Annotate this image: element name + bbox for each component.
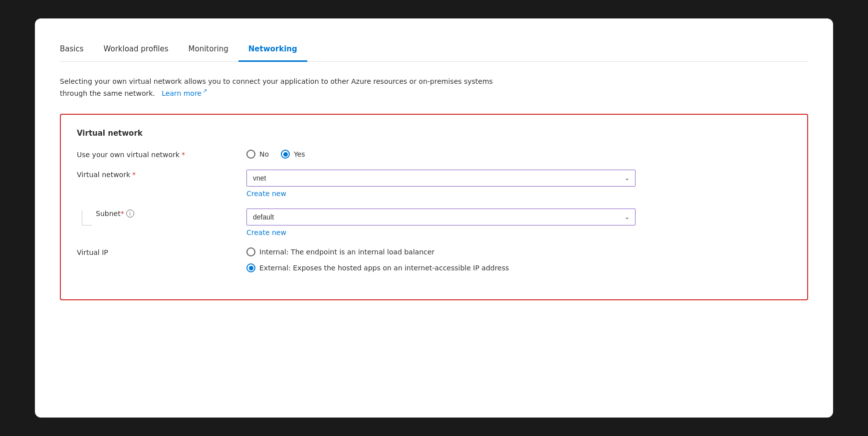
virtual-ip-label: Virtual IP bbox=[77, 247, 246, 256]
virtual-ip-row: Virtual IP Internal: The endpoint is an … bbox=[77, 247, 791, 272]
virtual-network-dropdown[interactable]: vnet bbox=[246, 170, 636, 187]
tab-monitoring[interactable]: Monitoring bbox=[179, 38, 238, 62]
create-new-subnet-link[interactable]: Create new bbox=[246, 228, 791, 236]
virtual-ip-radio-group: Internal: The endpoint is an internal lo… bbox=[246, 247, 791, 272]
use-own-vnet-radio-group: No Yes bbox=[246, 150, 791, 159]
radio-internal[interactable]: Internal: The endpoint is an internal lo… bbox=[246, 247, 791, 256]
radio-external[interactable]: External: Exposes the hosted apps on an … bbox=[246, 263, 791, 272]
radio-internal-circle bbox=[246, 247, 255, 256]
radio-external-label: External: Exposes the hosted apps on an … bbox=[259, 264, 509, 272]
create-new-vnet-link[interactable]: Create new bbox=[246, 190, 791, 198]
tab-bar: Basics Workload profiles Monitoring Netw… bbox=[60, 38, 808, 62]
main-card: Basics Workload profiles Monitoring Netw… bbox=[35, 18, 833, 418]
radio-no-circle bbox=[246, 150, 255, 159]
radio-yes-label: Yes bbox=[294, 150, 305, 158]
use-own-vnet-row: Use your own virtual network * No Yes bbox=[77, 150, 791, 159]
virtual-network-control: vnet ⌄ Create new bbox=[246, 170, 791, 198]
tab-workload-profiles[interactable]: Workload profiles bbox=[94, 38, 179, 62]
tab-basics[interactable]: Basics bbox=[60, 38, 94, 62]
section-title: Virtual network bbox=[77, 129, 791, 138]
required-star-vnet-field: * bbox=[132, 171, 136, 179]
indent-line bbox=[82, 211, 92, 225]
required-star-vnet: * bbox=[182, 151, 185, 159]
page-description: Selecting your own virtual network allow… bbox=[60, 76, 509, 99]
subnet-info-icon[interactable]: i bbox=[126, 210, 134, 218]
required-star-subnet: * bbox=[121, 210, 124, 218]
radio-yes[interactable]: Yes bbox=[281, 150, 305, 159]
subnet-control: default ⌄ Create new bbox=[246, 209, 791, 236]
description-text: Selecting your own virtual network allow… bbox=[60, 77, 493, 97]
virtual-network-field-row: Virtual network * vnet ⌄ Create new bbox=[77, 170, 791, 198]
radio-yes-circle bbox=[281, 150, 290, 159]
external-link-icon: ↗ bbox=[203, 88, 207, 94]
radio-external-circle bbox=[246, 263, 255, 272]
radio-internal-label: Internal: The endpoint is an internal lo… bbox=[259, 248, 434, 256]
virtual-network-section: Virtual network Use your own virtual net… bbox=[60, 114, 808, 300]
virtual-network-label: Virtual network * bbox=[77, 170, 246, 179]
learn-more-link[interactable]: Learn more↗ bbox=[160, 89, 208, 97]
radio-no[interactable]: No bbox=[246, 150, 269, 159]
radio-no-label: No bbox=[259, 150, 269, 158]
subnet-row: Subnet * i default ⌄ Create new bbox=[77, 209, 791, 236]
virtual-network-dropdown-wrapper: vnet ⌄ bbox=[246, 170, 636, 187]
subnet-label: Subnet * i bbox=[96, 209, 134, 218]
subnet-indent-area: Subnet * i bbox=[77, 209, 246, 225]
use-own-vnet-label: Use your own virtual network * bbox=[77, 150, 246, 159]
tab-networking[interactable]: Networking bbox=[238, 38, 307, 62]
subnet-dropdown[interactable]: default bbox=[246, 209, 636, 225]
subnet-dropdown-wrapper: default ⌄ bbox=[246, 209, 636, 225]
